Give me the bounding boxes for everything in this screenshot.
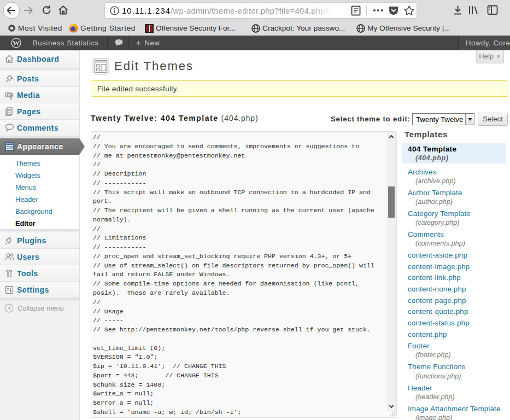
svg-text:W: W [13, 39, 20, 47]
